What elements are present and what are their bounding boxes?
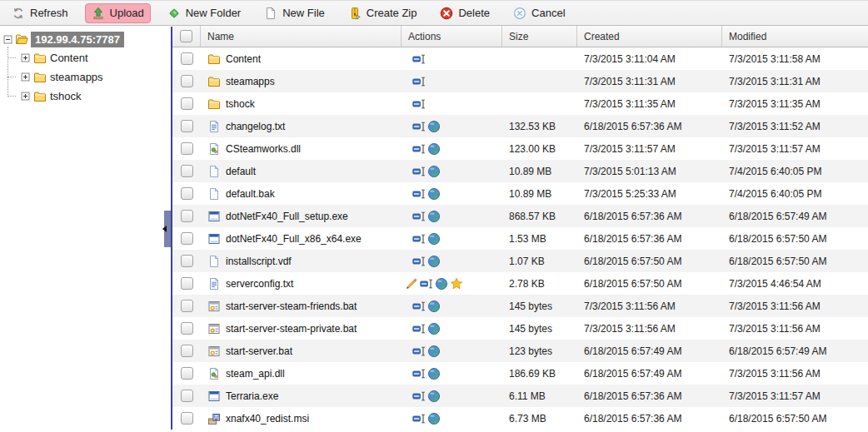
rename-icon[interactable] xyxy=(412,120,426,133)
rename-icon[interactable] xyxy=(412,367,426,380)
plus-box-icon[interactable] xyxy=(21,53,30,62)
created-cell: 7/3/2015 5:01:13 AM xyxy=(577,160,722,182)
row-checkbox[interactable] xyxy=(181,345,193,357)
tree-node-label[interactable]: Content xyxy=(50,52,88,64)
toolbar-create-zip-button[interactable]: Create Zip xyxy=(342,3,424,23)
file-name[interactable]: serverconfig.txt xyxy=(226,278,293,290)
file-name[interactable]: CSteamworks.dll xyxy=(226,143,301,155)
row-checkbox[interactable] xyxy=(181,187,193,200)
file-name[interactable]: installscript.vdf xyxy=(226,256,292,267)
star-icon[interactable] xyxy=(450,277,463,290)
row-checkbox[interactable] xyxy=(181,75,193,87)
rename-icon[interactable] xyxy=(412,412,426,425)
row-select-cell xyxy=(172,340,201,362)
column-header-actions[interactable]: Actions xyxy=(402,26,502,47)
file-name[interactable]: changelog.txt xyxy=(226,121,285,132)
column-header-created[interactable]: Created xyxy=(577,26,722,47)
column-header-size[interactable]: Size xyxy=(502,26,577,47)
globe-icon[interactable] xyxy=(427,165,441,178)
tree-node-label[interactable]: steamapps xyxy=(50,71,103,83)
exe-file-icon xyxy=(207,232,221,246)
toolbar-cancel-button[interactable]: Cancel xyxy=(506,3,571,23)
row-checkbox[interactable] xyxy=(181,165,193,177)
globe-icon[interactable] xyxy=(435,277,448,290)
rename-icon[interactable] xyxy=(412,345,426,358)
row-checkbox[interactable] xyxy=(181,142,193,155)
toolbar-delete-button[interactable]: Delete xyxy=(433,3,496,23)
file-name[interactable]: xnafx40_redist.msi xyxy=(226,413,309,425)
file-size: 145 bytes xyxy=(509,323,552,335)
table-row: default.bak 10.89 MB 7/3/2015 5:25:33 AM… xyxy=(172,182,868,205)
file-name[interactable]: start-server.bat xyxy=(226,345,292,357)
plus-box-icon[interactable] xyxy=(21,92,30,101)
file-name[interactable]: default.bak xyxy=(226,188,275,200)
rename-icon[interactable] xyxy=(412,97,426,111)
folder-icon xyxy=(33,71,47,84)
toolbar-refresh-button[interactable]: Refresh xyxy=(5,3,75,23)
tree-root-label[interactable]: 192.99.4.75:7787 xyxy=(31,32,124,47)
row-checkbox[interactable] xyxy=(181,232,193,245)
row-checkbox[interactable] xyxy=(181,210,193,222)
file-name[interactable]: start-server-steam-private.bat xyxy=(226,323,357,335)
column-header-select[interactable] xyxy=(172,26,201,47)
row-checkbox[interactable] xyxy=(181,277,193,290)
globe-icon[interactable] xyxy=(427,232,441,246)
toolbar-new-folder-button[interactable]: New Folder xyxy=(161,3,247,23)
file-name[interactable]: tshock xyxy=(226,98,255,110)
rename-icon[interactable] xyxy=(412,142,426,156)
rename-icon[interactable] xyxy=(412,390,426,403)
file-name[interactable]: Content xyxy=(226,53,261,65)
rename-icon[interactable] xyxy=(412,210,426,223)
rename-icon[interactable] xyxy=(412,232,426,246)
file-name[interactable]: Terraria.exe xyxy=(226,390,278,402)
rename-icon[interactable] xyxy=(412,255,426,268)
file-name[interactable]: default xyxy=(226,166,256,177)
row-checkbox[interactable] xyxy=(181,52,193,65)
rename-icon[interactable] xyxy=(412,322,426,335)
modified-date: 7/3/2015 3:11:58 AM xyxy=(729,53,821,65)
file-name[interactable]: start-server-steam-friends.bat xyxy=(226,300,357,312)
globe-icon[interactable] xyxy=(427,255,441,268)
row-checkbox[interactable] xyxy=(181,322,193,335)
plus-box-icon[interactable] xyxy=(21,72,30,82)
tree-node-label[interactable]: tshock xyxy=(50,90,82,102)
globe-icon[interactable] xyxy=(427,390,441,403)
rename-icon[interactable] xyxy=(412,52,426,66)
row-checkbox[interactable] xyxy=(181,412,193,425)
globe-icon[interactable] xyxy=(427,210,441,223)
globe-icon[interactable] xyxy=(427,120,441,133)
rename-icon[interactable] xyxy=(420,277,433,290)
row-checkbox[interactable] xyxy=(181,255,193,267)
globe-icon[interactable] xyxy=(427,345,441,358)
globe-icon[interactable] xyxy=(427,142,441,156)
created-date: 6/18/2015 6:57:49 AM xyxy=(584,345,681,357)
globe-icon[interactable] xyxy=(427,300,441,313)
rename-icon[interactable] xyxy=(412,165,426,178)
globe-icon[interactable] xyxy=(427,322,441,335)
rename-icon[interactable] xyxy=(412,300,426,313)
column-header-name[interactable]: Name xyxy=(201,26,402,47)
select-all-checkbox[interactable] xyxy=(180,30,192,42)
globe-icon[interactable] xyxy=(427,367,441,380)
plain-file-icon xyxy=(207,255,221,268)
globe-icon[interactable] xyxy=(427,412,441,425)
rename-icon[interactable] xyxy=(412,187,426,201)
column-header-modified[interactable]: Modified xyxy=(722,26,868,47)
file-name[interactable]: steam_api.dll xyxy=(226,368,285,380)
row-checkbox[interactable] xyxy=(181,97,193,110)
file-name[interactable]: steamapps xyxy=(226,76,275,87)
splitter-collapse-handle[interactable] xyxy=(164,211,171,247)
row-checkbox[interactable] xyxy=(181,120,193,132)
row-checkbox[interactable] xyxy=(181,300,193,312)
toolbar-new-file-button[interactable]: New File xyxy=(257,3,332,23)
toolbar-upload-button[interactable]: Upload xyxy=(85,3,151,23)
row-select-cell xyxy=(172,92,201,115)
row-checkbox[interactable] xyxy=(181,390,193,402)
rename-icon[interactable] xyxy=(412,75,426,88)
file-name[interactable]: dotNetFx40_Full_setup.exe xyxy=(226,211,348,222)
pencil-icon[interactable] xyxy=(405,277,418,290)
minus-box-icon[interactable] xyxy=(3,35,12,44)
row-checkbox[interactable] xyxy=(181,367,193,380)
file-name[interactable]: dotNetFx40_Full_x86_x64.exe xyxy=(226,233,362,245)
globe-icon[interactable] xyxy=(427,187,441,201)
